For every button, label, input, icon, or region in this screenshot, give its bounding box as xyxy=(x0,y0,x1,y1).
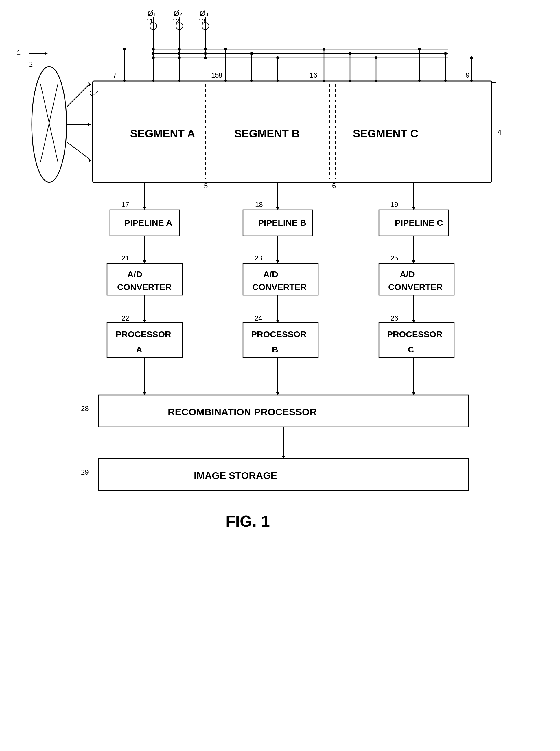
svg-point-39 xyxy=(204,56,207,59)
svg-text:CONVERTER: CONVERTER xyxy=(388,282,443,292)
svg-point-31 xyxy=(204,48,207,51)
svg-text:4: 4 xyxy=(498,128,501,136)
svg-rect-124 xyxy=(107,323,182,358)
svg-marker-122 xyxy=(143,320,146,323)
svg-text:28: 28 xyxy=(81,405,89,412)
svg-text:1: 1 xyxy=(17,49,21,56)
svg-text:22: 22 xyxy=(121,314,129,322)
svg-text:B: B xyxy=(272,345,278,354)
svg-point-29 xyxy=(152,48,155,51)
svg-text:A/D: A/D xyxy=(400,269,415,279)
svg-point-66 xyxy=(375,56,378,59)
fig-label: FIG. 1 xyxy=(226,512,270,530)
svg-marker-134 xyxy=(412,320,415,323)
svg-marker-100 xyxy=(412,207,415,210)
segment-c-label: SEGMENT C xyxy=(353,128,418,140)
svg-text:18: 18 xyxy=(255,200,263,208)
svg-text:19: 19 xyxy=(391,200,398,208)
svg-text:9: 9 xyxy=(466,71,469,79)
svg-point-42 xyxy=(123,48,126,51)
svg-text:26: 26 xyxy=(391,314,398,322)
svg-marker-104 xyxy=(143,261,146,263)
svg-marker-142 xyxy=(276,392,279,395)
svg-text:24: 24 xyxy=(255,314,262,322)
svg-text:CONVERTER: CONVERTER xyxy=(117,282,172,292)
svg-text:17: 17 xyxy=(121,200,129,208)
svg-text:11: 11 xyxy=(146,17,153,25)
svg-point-30 xyxy=(178,48,181,51)
svg-line-15 xyxy=(94,91,98,95)
svg-point-63 xyxy=(348,52,352,55)
svg-point-54 xyxy=(250,52,253,55)
svg-point-34 xyxy=(178,52,181,55)
svg-text:5: 5 xyxy=(204,182,208,190)
svg-marker-148 xyxy=(282,456,285,459)
svg-text:C: C xyxy=(408,345,414,354)
svg-marker-140 xyxy=(143,392,146,395)
svg-rect-130 xyxy=(243,323,318,358)
svg-marker-10 xyxy=(88,159,92,162)
svg-point-69 xyxy=(418,48,421,51)
svg-text:Ø₁: Ø₁ xyxy=(147,9,156,18)
svg-marker-116 xyxy=(412,261,415,263)
svg-text:6: 6 xyxy=(332,182,336,190)
svg-text:A/D: A/D xyxy=(127,269,142,279)
svg-text:A/D: A/D xyxy=(263,269,278,279)
recombination-processor-label: RECOMBINATION PROCESSOR xyxy=(168,406,317,417)
svg-marker-144 xyxy=(412,392,415,395)
svg-text:CONVERTER: CONVERTER xyxy=(252,282,307,292)
svg-text:16: 16 xyxy=(309,71,317,79)
svg-marker-110 xyxy=(276,261,279,263)
svg-marker-12 xyxy=(88,123,91,126)
diagram-container: 2 1 3 Ø₁ 11 Ø₂ 12 xyxy=(0,0,560,751)
svg-text:A: A xyxy=(136,345,142,354)
svg-text:29: 29 xyxy=(81,468,89,476)
svg-point-50 xyxy=(224,48,227,51)
svg-marker-8 xyxy=(88,82,91,86)
svg-text:15: 15 xyxy=(211,71,219,79)
svg-text:23: 23 xyxy=(255,254,262,262)
segment-a-label: SEGMENT A xyxy=(130,128,195,140)
svg-text:13: 13 xyxy=(198,17,205,25)
svg-marker-6 xyxy=(45,52,48,55)
svg-text:Ø₃: Ø₃ xyxy=(200,9,208,18)
svg-text:12: 12 xyxy=(172,17,179,25)
svg-point-0 xyxy=(32,66,66,182)
svg-text:7: 7 xyxy=(113,71,117,79)
svg-point-35 xyxy=(204,52,207,55)
svg-text:PROCESSOR: PROCESSOR xyxy=(116,329,171,339)
svg-text:21: 21 xyxy=(121,254,129,262)
pipeline-b-label: PIPELINE B xyxy=(258,218,306,228)
svg-point-57 xyxy=(276,56,279,59)
svg-line-7 xyxy=(66,84,90,107)
svg-rect-149 xyxy=(98,459,468,490)
svg-rect-136 xyxy=(379,323,454,358)
svg-text:8: 8 xyxy=(218,71,222,79)
svg-text:2: 2 xyxy=(29,60,33,68)
svg-text:Ø₂: Ø₂ xyxy=(174,9,182,18)
svg-point-33 xyxy=(152,52,155,55)
svg-line-9 xyxy=(66,142,90,159)
pipeline-c-label: PIPELINE C xyxy=(395,218,443,228)
svg-marker-96 xyxy=(276,207,279,210)
svg-marker-92 xyxy=(143,207,146,210)
image-storage-label: IMAGE STORAGE xyxy=(194,470,277,481)
pipeline-a-label: PIPELINE A xyxy=(124,218,173,228)
svg-point-60 xyxy=(322,48,325,51)
svg-marker-128 xyxy=(276,320,279,323)
svg-text:PROCESSOR: PROCESSOR xyxy=(387,329,443,339)
svg-text:PROCESSOR: PROCESSOR xyxy=(251,329,307,339)
svg-point-72 xyxy=(444,52,447,55)
svg-point-75 xyxy=(470,56,473,59)
svg-text:25: 25 xyxy=(391,254,398,262)
segment-b-label: SEGMENT B xyxy=(234,128,300,140)
